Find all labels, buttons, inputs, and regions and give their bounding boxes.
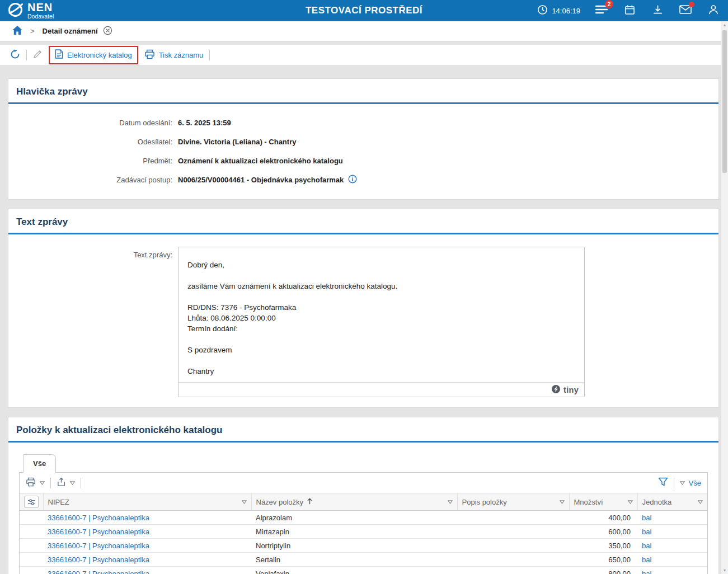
calendar-button[interactable] (623, 4, 636, 17)
nipez-link[interactable]: 33661600-7 | Psychoanaleptika (43, 553, 251, 567)
item-desc (457, 567, 569, 574)
home-button[interactable] (11, 25, 24, 37)
brand-name: NEN (27, 2, 54, 13)
calendar-icon (624, 4, 635, 17)
filter-chevron-icon[interactable] (628, 500, 633, 504)
grid-print-button[interactable] (26, 477, 45, 489)
header-actions: 14:06:19 2 (537, 4, 720, 17)
column-header-nazev-polozky[interactable]: Název položky (251, 493, 457, 511)
table-row[interactable]: 33661600-7 | Psychoanaleptika Mirtazapin… (20, 525, 707, 539)
tab-label: Detail oznámení (43, 27, 98, 35)
person-icon (708, 4, 719, 17)
scrollbar-down-arrow[interactable]: ▼ (721, 567, 728, 574)
history-refresh-icon (10, 49, 20, 62)
filter-chevron-icon[interactable] (698, 500, 703, 504)
nipez-link[interactable]: 33661600-7 | Psychoanaleptika (43, 539, 251, 553)
vertical-scrollbar[interactable]: ▲ ▼ (721, 21, 728, 574)
divider (209, 50, 210, 60)
field-predmet: Předmět: Oznámení k aktualizaci elektron… (8, 151, 718, 170)
grid-view-select[interactable]: Vše (680, 479, 701, 487)
print-record-button[interactable]: Tisk záznamu (144, 49, 204, 62)
time-value: 14:06:19 (552, 7, 580, 15)
unit-link[interactable]: bal (637, 567, 707, 574)
electronic-catalog-button[interactable]: Elektronický katalog (49, 46, 138, 64)
column-header-nipez[interactable]: NIPEZ (43, 493, 251, 511)
unit-link[interactable]: bal (637, 553, 707, 567)
main-content: Hlavička zprávy Datum odeslání: 6. 5. 20… (0, 66, 728, 574)
table-row[interactable]: 33661600-7 | Psychoanaleptika Sertalin 6… (20, 553, 707, 567)
field-value: N006/25/V00004461 - Objednávka psychofar… (178, 176, 344, 184)
catalog-document-icon (55, 49, 63, 61)
table-row[interactable]: 33661600-7 | Psychoanaleptika Venlafaxin… (20, 567, 707, 574)
filter-chevron-icon[interactable] (242, 500, 247, 504)
unit-link[interactable]: bal (637, 511, 707, 525)
section-title-items: Položky k aktualizaci elektronického kat… (8, 417, 718, 441)
info-icon[interactable] (348, 175, 357, 185)
chevron-down-icon (680, 481, 685, 485)
column-header-popis-polozky[interactable]: Popis položky (457, 493, 569, 511)
grid-filter-button[interactable] (658, 477, 668, 488)
nen-logo-icon (8, 2, 23, 20)
scrollbar-up-arrow[interactable]: ▲ (721, 21, 728, 29)
home-icon (12, 25, 23, 37)
messages-badge (689, 2, 694, 7)
item-desc (457, 511, 569, 525)
breadcrumb: > Detail oznámení (0, 21, 728, 41)
user-profile-button[interactable] (707, 4, 720, 17)
section-title-message-text: Text zprávy (8, 209, 718, 233)
unit-link[interactable]: bal (637, 525, 707, 539)
column-header-jednotka[interactable]: Jednotka (637, 493, 707, 511)
history-button[interactable] (10, 49, 20, 62)
filter-chevron-icon[interactable] (448, 500, 453, 504)
item-name: Sertalin (251, 553, 457, 567)
field-odesilatel: Odesílatel: Divine. Victoria (Leliana) -… (8, 132, 718, 151)
filter-funnel-icon (658, 477, 668, 488)
tinymce-logo-icon (551, 384, 561, 396)
notifications-menu-button[interactable]: 2 (595, 4, 608, 17)
catalog-items-panel: Položky k aktualizaci elektronického kat… (8, 417, 719, 574)
item-name: Mirtazapin (251, 525, 457, 539)
tinymce-brand-label: tiny (563, 385, 579, 394)
nipez-link[interactable]: 33661600-7 | Psychoanaleptika (43, 511, 251, 525)
item-qty: 350,00 (569, 539, 637, 553)
message-text-row: Text zprávy: Dobrý den, zasíláme Vám ozn… (8, 234, 718, 407)
field-value: Oznámení k aktualizaci elektronického ka… (178, 157, 343, 165)
item-qty: 600,00 (569, 525, 637, 539)
tab-vse[interactable]: Vše (23, 454, 56, 473)
record-toolbar: Elektronický katalog Tisk záznamu (0, 45, 728, 66)
table-row[interactable]: 33661600-7 | Psychoanaleptika Alprazolam… (20, 511, 707, 525)
downloads-button[interactable] (651, 4, 664, 17)
column-chooser-button[interactable] (24, 496, 39, 508)
edit-button[interactable] (33, 49, 43, 61)
nipez-link[interactable]: 33661600-7 | Psychoanaleptika (43, 567, 251, 574)
close-tab-icon[interactable] (103, 26, 112, 37)
item-desc (457, 539, 569, 553)
printer-icon (26, 477, 36, 489)
messages-button[interactable] (679, 4, 692, 17)
row-icon-cell (20, 553, 43, 567)
section-title-message-header: Hlavička zprávy (8, 79, 718, 102)
field-value: Divine. Victoria (Leliana) - Chantry (178, 138, 296, 146)
nipez-link[interactable]: 33661600-7 | Psychoanaleptika (43, 525, 251, 539)
divider (26, 50, 27, 60)
unit-link[interactable]: bal (637, 539, 707, 553)
row-icon-cell (20, 567, 43, 574)
nen-logo[interactable]: NEN Dodavatel (8, 2, 54, 20)
column-header-mnozstvi[interactable]: Množství (569, 493, 637, 511)
filter-chevron-icon[interactable] (560, 500, 565, 504)
tab-detail-oznameni[interactable]: Detail oznámení (41, 23, 114, 39)
item-name: Nortriptylin (251, 539, 457, 553)
divider (674, 478, 674, 488)
grid-toolbar: Vše (20, 473, 707, 493)
message-header-panel: Hlavička zprávy Datum odeslání: 6. 5. 20… (8, 78, 719, 200)
scrollbar-thumb[interactable] (722, 30, 727, 173)
row-icon-cell (20, 511, 43, 525)
grid-export-button[interactable] (57, 477, 75, 489)
items-area: Vše (8, 443, 718, 574)
message-text-panel: Text zprávy Text zprávy: Dobrý den, zasí… (8, 209, 719, 408)
session-time: 14:06:19 (537, 4, 580, 17)
field-label: Předmět: (8, 157, 172, 165)
pencil-icon (33, 49, 43, 61)
table-row[interactable]: 33661600-7 | Psychoanaleptika Nortriptyl… (20, 539, 707, 553)
row-icon-cell (20, 539, 43, 553)
